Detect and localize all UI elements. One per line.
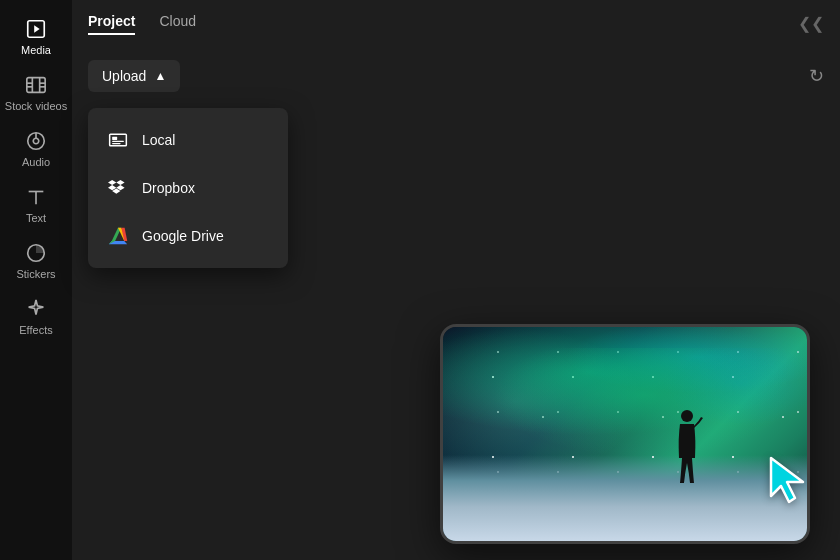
dropdown-item-dropbox-label: Dropbox bbox=[142, 180, 195, 196]
dropdown-item-google-drive-label: Google Drive bbox=[142, 228, 224, 244]
dropdown-item-dropbox[interactable]: Dropbox bbox=[88, 164, 288, 212]
preview-image bbox=[443, 327, 807, 541]
dropbox-icon bbox=[108, 178, 128, 198]
upload-dropdown-menu: Local Dropbox Google Drive bbox=[88, 108, 288, 268]
dropdown-item-local[interactable]: Local bbox=[88, 116, 288, 164]
sidebar-item-audio-label: Audio bbox=[22, 156, 50, 168]
effects-icon bbox=[25, 298, 47, 320]
sidebar-item-stock-videos[interactable]: Stock videos bbox=[0, 64, 72, 120]
sidebar-item-audio[interactable]: Audio bbox=[0, 120, 72, 176]
svg-point-19 bbox=[681, 410, 693, 422]
header-tabs: Project Cloud ❮❮ bbox=[72, 0, 840, 48]
main-panel: Project Cloud ❮❮ Upload ▲ ↻ Local bbox=[72, 0, 840, 560]
sidebar-item-effects[interactable]: Effects bbox=[0, 288, 72, 344]
upload-button-label: Upload bbox=[102, 68, 146, 84]
sidebar-item-stock-videos-label: Stock videos bbox=[5, 100, 67, 112]
svg-rect-17 bbox=[112, 141, 124, 142]
preview-card bbox=[440, 324, 810, 544]
chevron-up-icon: ▲ bbox=[154, 69, 166, 83]
collapse-icon: ❮❮ bbox=[798, 15, 824, 32]
collapse-button[interactable]: ❮❮ bbox=[798, 14, 824, 33]
sidebar-item-media[interactable]: Media bbox=[0, 8, 72, 64]
sidebar-item-text[interactable]: Text bbox=[0, 176, 72, 232]
svg-marker-1 bbox=[34, 25, 40, 32]
svg-rect-2 bbox=[27, 78, 45, 93]
svg-rect-18 bbox=[112, 143, 120, 144]
google-drive-icon bbox=[108, 226, 128, 246]
person-silhouette bbox=[670, 408, 705, 488]
svg-rect-16 bbox=[112, 137, 117, 140]
upload-bar: Upload ▲ ↻ bbox=[72, 48, 840, 104]
sidebar-item-media-label: Media bbox=[21, 44, 51, 56]
local-icon bbox=[108, 130, 128, 150]
sidebar-item-effects-label: Effects bbox=[19, 324, 52, 336]
tab-cloud[interactable]: Cloud bbox=[159, 13, 196, 33]
refresh-icon: ↻ bbox=[809, 66, 824, 86]
dropdown-item-local-label: Local bbox=[142, 132, 175, 148]
text-icon bbox=[25, 186, 47, 208]
aurora-layer-2 bbox=[479, 348, 807, 466]
upload-button[interactable]: Upload ▲ bbox=[88, 60, 180, 92]
ground-layer bbox=[443, 455, 807, 541]
audio-icon bbox=[25, 130, 47, 152]
stock-videos-icon bbox=[25, 74, 47, 96]
dropdown-item-google-drive[interactable]: Google Drive bbox=[88, 212, 288, 260]
cursor-arrow bbox=[767, 454, 815, 510]
refresh-button[interactable]: ↻ bbox=[809, 65, 824, 87]
sidebar-item-stickers[interactable]: Stickers bbox=[0, 232, 72, 288]
media-icon bbox=[25, 18, 47, 40]
tab-project[interactable]: Project bbox=[88, 13, 135, 33]
sidebar-item-text-label: Text bbox=[26, 212, 46, 224]
stickers-icon bbox=[25, 242, 47, 264]
sidebar: Media Stock videos Audio Text bbox=[0, 0, 72, 560]
svg-point-10 bbox=[33, 138, 39, 144]
sidebar-item-stickers-label: Stickers bbox=[16, 268, 55, 280]
